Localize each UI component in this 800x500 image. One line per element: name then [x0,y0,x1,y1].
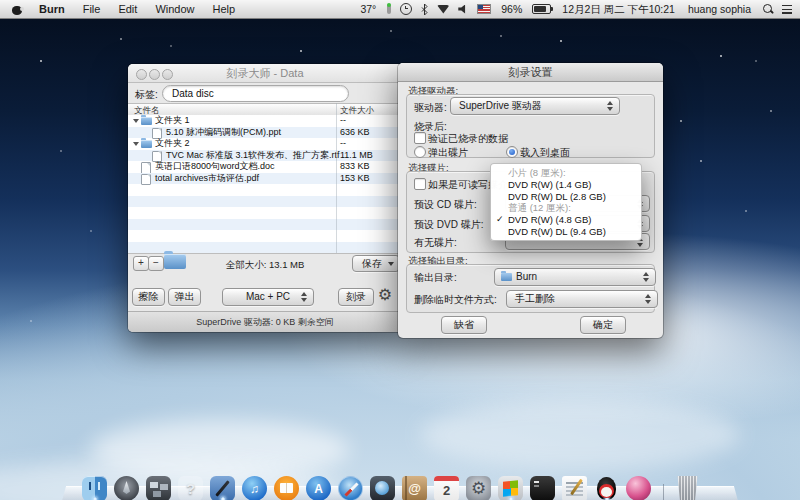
file-size: -- [340,115,346,127]
verify-data-label: 验证已烧录的数据 [428,132,508,146]
battery-percent[interactable]: 96% [500,0,523,18]
menu-bar-clock[interactable]: 12月2日 周二 下午10:21 [560,0,677,18]
pink-app-icon[interactable] [626,476,651,500]
file-size: -- [340,138,346,150]
separator [658,476,668,500]
trash-icon[interactable] [675,476,700,500]
clock-icon[interactable] [400,3,412,15]
file-row-file[interactable]: 英语口语8000句word文档.doc833 KB [128,161,402,173]
eject-button[interactable]: 弹出 [168,288,201,306]
close-button[interactable] [136,69,147,80]
menu-section-header: 普通 (12 厘米): [491,202,641,214]
battery-icon[interactable] [532,4,551,14]
eject-disc-radio[interactable] [414,146,426,158]
documents-icon[interactable] [562,476,587,500]
format-popup[interactable]: Mac + PC [222,288,314,306]
empty-row [128,219,402,231]
status-app-icon[interactable] [387,4,391,14]
dock-icons: ?♫A@2⚙ [82,476,700,500]
missing-app-icon[interactable]: ? [178,476,203,500]
app-store-icon[interactable]: A [306,476,331,500]
menu-bar: BurnFileEditWindowHelp 37° 96% 12月2日 周二 … [0,0,800,19]
terminal-icon[interactable] [530,476,555,500]
apple-menu-icon[interactable] [12,4,22,15]
input-source-flag-icon[interactable] [477,4,491,14]
data-window-titlebar[interactable]: 刻录大师 - Data [128,64,402,83]
disclosure-triangle-icon[interactable] [133,142,139,146]
save-button[interactable]: 保存 [352,255,400,272]
graphics-app-icon[interactable] [210,476,235,500]
zoom-button[interactable] [162,69,173,80]
video-app-icon[interactable] [370,476,395,500]
menu-burn[interactable]: Burn [30,0,74,18]
menu-item[interactable]: DVD R(W) (1.4 GB) [491,179,641,191]
default-button[interactable]: 缺省 [441,316,487,334]
menu-window[interactable]: Window [146,0,203,18]
file-row-file[interactable]: 5.10 脉冲编码调制(PCM).ppt636 KB [128,127,402,139]
menu-item[interactable]: DVD R(W) DL (2.8 GB) [491,191,641,203]
launchpad-icon[interactable] [114,476,139,500]
wifi-icon[interactable] [437,5,449,14]
mount-desktop-radio[interactable] [506,146,518,158]
erase-button[interactable]: 擦除 [132,288,165,306]
tag-label: 标签: [135,88,158,102]
bluetooth-icon[interactable] [421,4,428,15]
rewritable-checkbox[interactable] [414,178,426,190]
empty-row [128,196,402,208]
cd-preset-label: 预设 CD 碟片: [414,198,477,212]
temperature-status[interactable]: 37° [358,0,378,18]
add-file-button[interactable]: + [133,256,149,271]
user-menu[interactable]: huang sophia [686,0,753,18]
itunes-icon[interactable]: ♫ [242,476,267,500]
disc-label-input[interactable]: Data disc [162,85,349,102]
burn-data-window: 刻录大师 - Data 标签: Data disc 文件名 文件大小 文件夹 1… [128,64,402,332]
dock: ?♫A@2⚙ [0,476,800,500]
file-size: 11.1 MB [340,150,373,162]
remove-file-button[interactable]: − [148,256,164,271]
empty-row [128,230,402,242]
notification-center-icon[interactable] [782,5,792,14]
folder-icon [141,117,152,125]
popup-arrows-icon [645,294,652,304]
contacts-icon[interactable]: @ [402,476,427,500]
minimize-button[interactable] [149,69,160,80]
file-row-file[interactable]: TVC Mac 标准版 3.1软件发布、推广方案.rtf11.1 MB [128,150,402,162]
temp-files-popup[interactable]: 手工删除 [506,290,658,308]
drive-popup[interactable]: SuperDrive 驱动器 [450,97,620,115]
menu-file[interactable]: File [74,0,110,18]
ibooks-icon[interactable] [274,476,299,500]
system-preferences-icon[interactable]: ⚙ [466,476,491,500]
windows-app-icon[interactable] [498,476,523,500]
file-row-folder[interactable]: 文件夹 1-- [128,115,402,127]
calendar-icon[interactable]: 2 [434,476,459,500]
output-dir-popup[interactable]: Burn [494,268,656,286]
file-row-file[interactable]: total archives市场评估.pdf153 KB [128,173,402,185]
safari-icon[interactable] [338,476,363,500]
drive-status-bar: SuperDrive 驱动器: 0 KB 剩余空间 [128,311,402,332]
empty-row [128,184,402,196]
menu-help[interactable]: Help [204,0,245,18]
verify-data-checkbox[interactable] [414,132,426,144]
burn-button[interactable]: 刻录 [338,288,374,306]
gear-icon[interactable] [375,285,395,305]
file-name: 英语口语8000句word文档.doc [155,161,275,173]
menu-edit[interactable]: Edit [109,0,146,18]
menu-item[interactable]: DVD R(W) DL (9.4 GB) [491,226,641,238]
app-store-icon-glyph: A [306,476,331,500]
file-row-folder[interactable]: 文件夹 2-- [128,138,402,150]
file-size: 833 KB [340,161,370,173]
column-divider[interactable] [336,103,337,253]
volume-icon[interactable] [458,5,468,14]
settings-window-titlebar[interactable]: 刻录设置 [398,63,663,82]
mission-control-icon[interactable] [146,476,171,500]
disclosure-triangle-icon[interactable] [133,119,139,123]
file-list[interactable]: 文件夹 1--5.10 脉冲编码调制(PCM).ppt636 KB文件夹 2--… [128,115,402,253]
popup-arrows-icon [301,292,308,302]
system-preferences-icon-glyph: ⚙ [466,476,491,500]
finder-icon[interactable] [82,476,107,500]
menu-section-header: 小片 (8 厘米): [491,167,641,179]
spotlight-icon[interactable] [762,4,773,15]
menu-item[interactable]: DVD R(W) (4.8 GB) [491,214,641,226]
ok-button[interactable]: 确定 [580,316,626,334]
qq-icon[interactable] [594,476,619,500]
